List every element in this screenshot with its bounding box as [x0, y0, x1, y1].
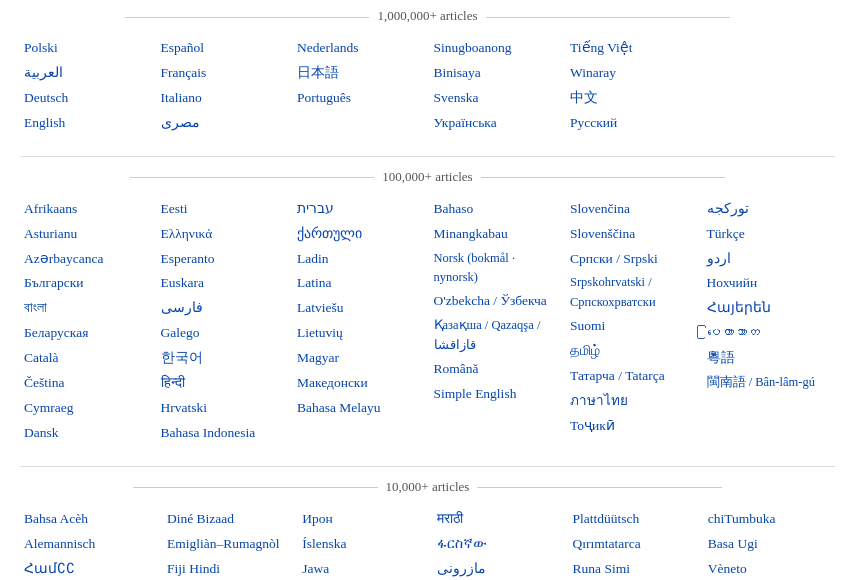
lang-lietuviu[interactable]: Lietuvių [293, 321, 426, 346]
lang-bangla[interactable]: বাংলা [20, 296, 153, 321]
lang-asturianu[interactable]: Asturianu [20, 222, 153, 247]
lang-bahasa-melayu[interactable]: Bahasa Melayu [293, 396, 426, 421]
lang-afrikaans[interactable]: Afrikaans [20, 197, 153, 222]
lang-binisaya[interactable]: Binisaya [430, 61, 563, 86]
lang-magyar[interactable]: Magyar [293, 346, 426, 371]
lang-islenska[interactable]: Íslenska [298, 532, 429, 557]
lang-korean[interactable]: 한국어 [157, 346, 290, 371]
section-hundred-thousand: 100,000+ articles Afrikaans Asturianu Az… [0, 161, 855, 462]
lang-slovencina[interactable]: Slovenčina [566, 197, 699, 222]
lang-grid-million: Polski العربية Deutsch English Español F… [20, 32, 835, 140]
lang-svenska[interactable]: Svenska [430, 86, 563, 111]
lang-col-t4: मराठी ፋርስኛው مازرونی Mìng-dĕng-ngṳ̄ / 閩東語… [433, 507, 564, 580]
lang-ladin[interactable]: Ladin [293, 247, 426, 272]
lang-srpskohrvatski[interactable]: Srpskohrvatski / Српскохрватски [566, 271, 699, 314]
lang-hrvatski[interactable]: Hrvatski [157, 396, 290, 421]
lang-bulgarski[interactable]: Български [20, 271, 153, 296]
lang-sinugboanong[interactable]: Sinugboanong [430, 36, 563, 61]
lang-qirimtatarca[interactable]: Qırımtatarca [569, 532, 700, 557]
lang-hayeren[interactable]: Համ∁∁ [20, 557, 159, 580]
lang-ellinika[interactable]: Ελληνικά [157, 222, 290, 247]
lang-slovenscina[interactable]: Slovenščina [566, 222, 699, 247]
lang-simple-english[interactable]: Simple English [430, 382, 563, 407]
lang-alemannisch[interactable]: Alemannisch [20, 532, 159, 557]
lang-grid-hundred: Afrikaans Asturianu Azərbaycanca Българс… [20, 193, 835, 450]
lang-esperanto[interactable]: Esperanto [157, 247, 290, 272]
lang-english[interactable]: English [20, 111, 153, 136]
lang-latina[interactable]: Latina [293, 271, 426, 296]
lang-italiano[interactable]: Italiano [157, 86, 290, 111]
lang-makedonski[interactable]: Македонски [293, 371, 426, 396]
lang-catala[interactable]: Català [20, 346, 153, 371]
lang-armenian[interactable]: Հայերեն [703, 296, 836, 321]
lang-deutsch[interactable]: Deutsch [20, 86, 153, 111]
lang-dine-bizaad[interactable]: Diné Bizaad [163, 507, 294, 532]
lang-kazak[interactable]: Қазақша / Qazaqşa / قازاقشا [430, 314, 563, 357]
lang-galego[interactable]: Galego [157, 321, 290, 346]
lang-bahaso[interactable]: Bahaso [430, 197, 563, 222]
lang-azerbaycanca[interactable]: Azərbaycanca [20, 247, 153, 272]
lang-farsi[interactable]: فارسی [157, 296, 290, 321]
lang-arabic[interactable]: العربية [20, 61, 153, 86]
lang-runa-simi[interactable]: Runa Simi [569, 557, 700, 580]
lang-ukrainska[interactable]: Українська [430, 111, 563, 136]
lang-minangkabau[interactable]: Minangkabau [430, 222, 563, 247]
lang-russian[interactable]: Русский [566, 111, 699, 136]
lang-tamil[interactable]: தமிழ் [566, 339, 699, 364]
lang-col-h2: Eesti Ελληνικά Esperanto Euskara فارسی G… [157, 197, 290, 446]
lang-belaruska[interactable]: Беларуская [20, 321, 153, 346]
lang-tochiki[interactable]: Тоҷикӣ [566, 414, 699, 439]
lang-plattdutsch[interactable]: Plattdüütsch [569, 507, 700, 532]
lang-hindi[interactable]: हिन्दी [157, 371, 290, 396]
lang-thai[interactable]: ภาษาไทย [566, 389, 699, 414]
lang-euskara[interactable]: Euskara [157, 271, 290, 296]
lang-iron[interactable]: Ирон [298, 507, 429, 532]
lang-nederlands[interactable]: Nederlands [293, 36, 426, 61]
lang-mazaroni[interactable]: مازرونی [433, 557, 564, 580]
lang-romana[interactable]: Română [430, 357, 563, 382]
lang-ozbekcha[interactable]: O'zbekcha / Ўзбекча [430, 289, 563, 314]
lang-burmese[interactable]: ပြတောသာတ [703, 321, 836, 346]
lang-col-1: Polski العربية Deutsch English [20, 36, 153, 136]
lang-chitumbuka[interactable]: chiTumbuka [704, 507, 835, 532]
lang-japanese[interactable]: 日本語 [293, 61, 426, 86]
lang-minnanyu[interactable]: 閩南語 / Bân-lâm-gú [703, 371, 836, 394]
lang-col-2: Español Français Italiano مصرى [157, 36, 290, 136]
lang-bahsa-aceh[interactable]: Bahsa Acèh [20, 507, 159, 532]
lang-col-4: Sinugboanong Binisaya Svenska Українська [430, 36, 563, 136]
lang-fiji-hindi[interactable]: Fiji Hindi [163, 557, 294, 580]
lang-portugues[interactable]: Português [293, 86, 426, 111]
lang-suomi[interactable]: Suomi [566, 314, 699, 339]
lang-basa-ugi[interactable]: Basa Ugi [704, 532, 835, 557]
lang-torkce[interactable]: تورکجه [703, 197, 836, 222]
lang-polski[interactable]: Polski [20, 36, 153, 61]
lang-georgian[interactable]: ქართული [293, 222, 426, 247]
lang-cestina[interactable]: Čeština [20, 371, 153, 396]
lang-norsk[interactable]: Norsk (bokmål · nynorsk) [430, 247, 563, 290]
lang-eesti[interactable]: Eesti [157, 197, 290, 222]
lang-amharic[interactable]: ፋርስኛው [433, 532, 564, 557]
lang-latviesu[interactable]: Latviešu [293, 296, 426, 321]
lang-winaray[interactable]: Winaray [566, 61, 699, 86]
lang-marathi[interactable]: मराठी [433, 507, 564, 532]
lang-turkce[interactable]: Türkçe [703, 222, 836, 247]
lang-urdu[interactable]: اردو [703, 247, 836, 272]
lang-chinese[interactable]: 中文 [566, 86, 699, 111]
lang-emiglian[interactable]: Emigliàn–Rumagnòl [163, 532, 294, 557]
lang-jawa[interactable]: Jawa [298, 557, 429, 580]
lang-cymraeg[interactable]: Cymraeg [20, 396, 153, 421]
lang-nokhchi[interactable]: Нохчийн [703, 271, 836, 296]
divider-2 [20, 466, 835, 467]
lang-veneto[interactable]: Vèneto [704, 557, 835, 580]
lang-col-t6: chiTumbuka Basa Ugi Vèneto Volapük Walon… [704, 507, 835, 580]
lang-srpski[interactable]: Српски / Srpski [566, 247, 699, 272]
lang-masri[interactable]: مصرى [157, 111, 290, 136]
lang-bahasa-indonesia[interactable]: Bahasa Indonesia [157, 421, 290, 446]
lang-dansk[interactable]: Dansk [20, 421, 153, 446]
lang-espanol[interactable]: Español [157, 36, 290, 61]
lang-cantonese[interactable]: 粵語 [703, 346, 836, 371]
lang-tatarca[interactable]: Татарча / Tatarça [566, 364, 699, 389]
lang-francais[interactable]: Français [157, 61, 290, 86]
lang-tieng-viet[interactable]: Tiếng Việt [566, 36, 699, 61]
lang-hebrew[interactable]: עברית [293, 197, 426, 222]
